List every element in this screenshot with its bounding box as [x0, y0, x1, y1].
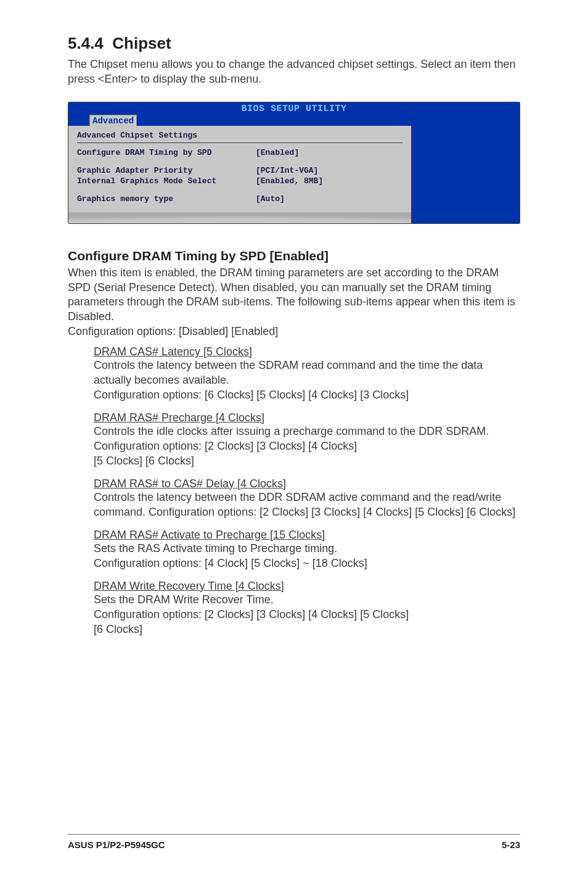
sub-item-body: Controls the latency between the DDR SDR…	[94, 490, 520, 520]
sub-item-block: DRAM CAS# Latency [5 Clocks]Controls the…	[68, 345, 520, 403]
bios-panel-heading: Advanced Chipset Settings	[77, 131, 402, 140]
bios-right-panel	[412, 126, 520, 223]
sub-item-block: DRAM Write Recovery Time [4 Clocks]Sets …	[68, 580, 520, 637]
section-heading: 5.4.4 Chipset	[68, 34, 520, 53]
bios-setting-label: Configure DRAM Timing by SPD	[77, 148, 256, 157]
sub-item-title: DRAM RAS# Precharge [4 Clocks]	[94, 411, 520, 424]
bios-row-spacer	[77, 159, 402, 166]
sub-item-title: DRAM Write Recovery Time [4 Clocks]	[94, 580, 520, 593]
bios-utility-title: BIOS SETUP UTILITY	[241, 104, 346, 114]
section-number: 5.4.4	[68, 34, 104, 52]
footer-left: ASUS P1/P2-P5945GC	[68, 840, 165, 850]
sub-item-body: Sets the DRAM Write Recover Time.Configu…	[94, 593, 520, 637]
bios-body: Advanced Chipset Settings Configure DRAM…	[68, 126, 520, 223]
sub-item-title: DRAM RAS# Activate to Precharge [15 Cloc…	[94, 529, 520, 542]
bios-setting-value: [Auto]	[256, 194, 402, 204]
bios-setting-label: Graphics memory type	[77, 194, 256, 204]
bios-setting-value: [PCI/Int-VGA]	[256, 166, 402, 175]
sub-item-block: DRAM RAS# Activate to Precharge [15 Cloc…	[68, 529, 520, 571]
bios-divider	[77, 142, 402, 143]
bios-row-spacer	[77, 187, 402, 194]
section-title: Chipset	[112, 34, 171, 52]
bios-active-tab: Advanced	[89, 115, 137, 126]
bios-screenshot: BIOS SETUP UTILITY Advanced Advanced Chi…	[68, 102, 520, 224]
bios-setting-label: Internal Graphics Mode Select	[77, 176, 256, 186]
sub-item-body: Controls the latency between the SDRAM r…	[94, 358, 520, 403]
configure-heading: Configure DRAM Timing by SPD [Enabled]	[68, 249, 520, 263]
sub-item-block: DRAM RAS# Precharge [4 Clocks]Controls t…	[68, 411, 520, 469]
configure-body: When this item is enabled, the DRAM timi…	[68, 266, 520, 340]
bios-setting-row: Graphic Adapter Priority[PCI/Int-VGA]	[77, 166, 402, 175]
bios-page-curl	[68, 212, 411, 223]
sub-item-body: Sets the RAS Activate timing to Precharg…	[94, 542, 520, 571]
bios-header-bar: BIOS SETUP UTILITY Advanced	[68, 102, 520, 126]
bios-left-panel: Advanced Chipset Settings Configure DRAM…	[68, 126, 412, 223]
bios-setting-row: Internal Graphics Mode Select[Enabled, 8…	[77, 176, 402, 186]
footer-right: 5-23	[502, 840, 520, 850]
bios-setting-row: Configure DRAM Timing by SPD[Enabled]	[77, 148, 402, 157]
intro-paragraph: The Chipset menu allows you to change th…	[68, 57, 520, 87]
sub-item-block: DRAM RAS# to CAS# Delay [4 Clocks]Contro…	[68, 477, 520, 520]
bios-rows: Configure DRAM Timing by SPD[Enabled]Gra…	[77, 148, 402, 204]
page-footer: ASUS P1/P2-P5945GC 5-23	[68, 834, 520, 850]
sub-item-title: DRAM RAS# to CAS# Delay [4 Clocks]	[94, 477, 520, 490]
bios-setting-label: Graphic Adapter Priority	[77, 166, 256, 175]
sub-item-title: DRAM CAS# Latency [5 Clocks]	[94, 345, 520, 358]
bios-setting-row: Graphics memory type[Auto]	[77, 194, 402, 204]
bios-setting-value: [Enabled]	[256, 148, 402, 157]
sub-item-body: Controls the idle clocks after issuing a…	[94, 424, 520, 469]
bios-setting-value: [Enabled, 8MB]	[256, 176, 402, 186]
